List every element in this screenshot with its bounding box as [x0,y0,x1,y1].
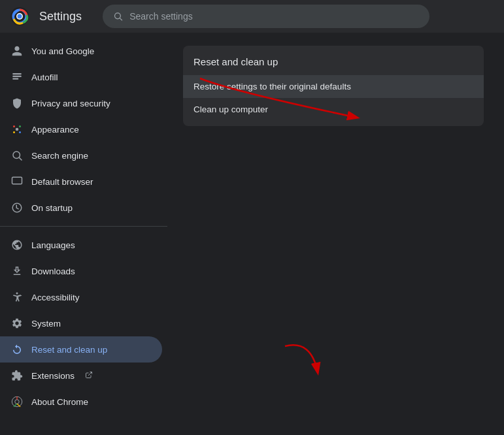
sidebar-label-system: System [31,319,61,329]
svg-point-17 [16,293,18,295]
page-title: Settings [39,10,82,24]
user-icon [10,44,24,57]
sidebar-item-on-startup[interactable]: On startup [0,195,162,221]
sidebar-label-appearance: Appearance [31,125,79,135]
appearance-icon [10,123,24,136]
extensions-icon [10,369,24,382]
content-area: Reset and clean up Restore settings to t… [167,33,504,435]
sidebar: You and Google Autofill Privacy and secu… [0,33,167,435]
sidebar-label-downloads: Downloads [31,266,75,276]
svg-point-11 [19,125,21,127]
external-link-icon [85,371,93,380]
sidebar-label-search-engine: Search engine [31,151,88,161]
system-icon [10,317,24,330]
svg-line-15 [19,157,22,160]
downloads-icon [10,265,24,278]
svg-rect-16 [12,177,22,184]
sidebar-label-you-and-google: You and Google [31,46,94,56]
search-input[interactable] [129,11,419,22]
sidebar-label-autofill: Autofill [31,72,58,82]
sidebar-label-privacy: Privacy and security [31,99,110,108]
svg-point-12 [13,131,15,133]
search-icon [113,11,123,22]
search-engine-icon [10,149,24,162]
svg-rect-7 [12,76,22,77]
svg-point-10 [13,125,15,127]
sidebar-item-system[interactable]: System [0,310,162,336]
sidebar-item-you-and-google[interactable]: You and Google [0,38,162,64]
default-browser-icon [10,175,24,188]
svg-point-9 [16,128,19,131]
accessibility-icon [10,291,24,304]
sidebar-item-appearance[interactable]: Appearance [0,116,162,142]
svg-rect-6 [12,73,22,74]
sidebar-label-reset-and-clean-up: Reset and clean up [31,345,107,355]
svg-point-3 [18,14,22,19]
languages-icon [10,238,24,251]
restore-settings-label: Restore settings to their original defau… [193,82,351,91]
svg-point-20 [15,400,19,404]
clean-up-computer-label: Clean up computer [193,105,268,114]
sidebar-label-default-browser: Default browser [31,177,93,187]
sidebar-item-default-browser[interactable]: Default browser [0,169,162,195]
svg-line-5 [120,18,122,20]
sidebar-item-about-chrome[interactable]: About Chrome [0,389,162,415]
privacy-icon [10,97,24,110]
autofill-icon [10,71,24,84]
sidebar-item-languages[interactable]: Languages [0,232,162,258]
chrome-logo-icon [10,7,29,25]
sidebar-label-languages: Languages [31,240,75,250]
svg-point-4 [115,13,121,19]
sidebar-label-extensions: Extensions [31,371,75,381]
submenu-header: Reset and clean up [183,51,484,75]
svg-rect-8 [12,78,18,80]
sidebar-item-extensions[interactable]: Extensions [0,362,162,389]
search-bar[interactable] [103,5,429,28]
svg-point-14 [13,152,20,159]
svg-point-13 [19,131,21,133]
sidebar-item-downloads[interactable]: Downloads [0,258,162,284]
sidebar-item-reset-and-clean-up[interactable]: Reset and clean up [0,336,162,362]
header: Settings [0,0,504,33]
reset-submenu-panel: Reset and clean up Restore settings to t… [183,46,484,126]
sidebar-item-search-engine[interactable]: Search engine [0,142,162,169]
sidebar-label-on-startup: On startup [31,203,73,213]
sidebar-label-accessibility: Accessibility [31,293,80,302]
svg-line-18 [88,372,92,376]
sidebar-divider-1 [0,226,167,227]
sidebar-label-about-chrome: About Chrome [31,397,88,407]
sidebar-item-accessibility[interactable]: Accessibility [0,284,162,310]
sidebar-item-privacy[interactable]: Privacy and security [0,90,162,116]
submenu-item-clean-up-computer[interactable]: Clean up computer [183,98,484,121]
sidebar-item-autofill[interactable]: Autofill [0,64,162,90]
main-layout: You and Google Autofill Privacy and secu… [0,33,504,435]
about-chrome-icon [10,395,24,408]
submenu-item-restore-settings[interactable]: Restore settings to their original defau… [183,75,484,98]
on-startup-icon [10,201,24,214]
reset-icon [10,343,24,356]
